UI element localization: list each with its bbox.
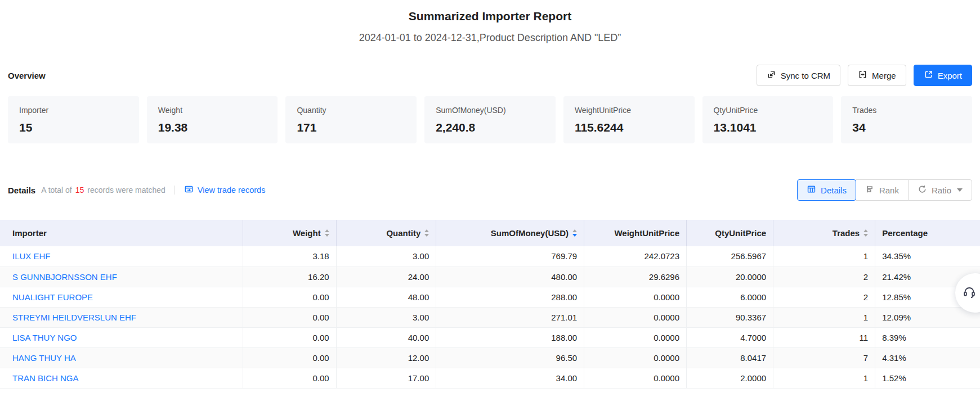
stat-card-weight: Weight 19.38: [147, 96, 278, 143]
tab-ratio[interactable]: Ratio: [908, 179, 972, 201]
qty-unit-price-cell: 4.7000: [687, 327, 773, 347]
importer-link[interactable]: LISA THUY NGO: [0, 327, 243, 347]
table-row: S GUNNBJORNSSON EHF 16.20 24.00 480.00 2…: [0, 267, 980, 287]
weight-cell: 0.00: [243, 327, 336, 347]
importers-table: Importer Weight Quantity SumOfMoney(USD)…: [0, 220, 980, 389]
matched-suffix: records were matched: [87, 186, 165, 195]
column-label: Trades: [833, 228, 860, 238]
column-label: Percentage: [882, 228, 928, 238]
stat-value: 34: [852, 121, 961, 134]
column-header-percentage: Percentage: [875, 220, 980, 246]
overview-stat-cards: Importer 15 Weight 19.38 Quantity 171 Su…: [0, 96, 980, 143]
column-header-quantity[interactable]: Quantity: [336, 220, 436, 246]
importer-link[interactable]: ILUX EHF: [0, 246, 243, 267]
quantity-cell: 12.00: [336, 347, 436, 368]
sort-icon[interactable]: [863, 229, 868, 237]
weight-unit-price-cell: 0.0000: [584, 307, 687, 327]
stat-value: 19.38: [158, 121, 267, 134]
table-row: ILUX EHF 3.18 3.00 769.79 242.0723 256.5…: [0, 246, 980, 267]
weight-unit-price-cell: 0.0000: [584, 347, 687, 368]
sum-of-money-cell: 480.00: [436, 267, 584, 287]
stat-card-sum-of-money: SumOfMoney(USD) 2,240.8: [424, 96, 556, 143]
column-label: WeightUnitPrice: [614, 228, 679, 238]
export-label: Export: [938, 71, 962, 80]
tab-rank-label: Rank: [879, 186, 899, 195]
importer-link[interactable]: HANG THUY HA: [0, 347, 243, 368]
merge-icon: [858, 70, 867, 81]
divider: [174, 186, 175, 195]
trades-cell: 7: [773, 347, 875, 368]
importer-link[interactable]: NUALIGHT EUROPE: [0, 287, 243, 307]
stat-label: QtyUnitPrice: [714, 105, 822, 115]
percentage-cell: 4.31%: [875, 347, 980, 368]
stat-card-weight-unit-price: WeightUnitPrice 115.6244: [563, 96, 695, 143]
weight-cell: 16.20: [243, 267, 336, 287]
quantity-cell: 3.00: [336, 246, 436, 267]
table-body: ILUX EHF 3.18 3.00 769.79 242.0723 256.5…: [0, 246, 980, 388]
weight-unit-price-cell: 242.0723: [584, 246, 687, 267]
column-header-trades[interactable]: Trades: [773, 220, 875, 246]
matched-count: 15: [75, 186, 84, 195]
view-trade-records-label: View trade records: [198, 186, 266, 195]
sum-of-money-cell: 96.50: [436, 347, 584, 368]
importer-link[interactable]: STREYMI HEILDVERSLUN EHF: [0, 307, 243, 327]
stat-value: 171: [297, 121, 405, 134]
column-label: QtyUnitPrice: [715, 228, 766, 238]
sum-of-money-cell: 188.00: [436, 327, 584, 347]
sort-icon-active-desc[interactable]: [572, 229, 577, 237]
trades-cell: 1: [773, 307, 875, 327]
ratio-refresh-icon: [918, 184, 927, 196]
qty-unit-price-cell: 8.0417: [687, 347, 773, 368]
column-header-sum-of-money[interactable]: SumOfMoney(USD): [436, 220, 584, 246]
overview-label: Overview: [8, 71, 46, 80]
details-summary: Details A total of 15 records were match…: [8, 184, 265, 196]
stat-value: 115.6244: [575, 121, 683, 134]
headset-icon: [962, 284, 977, 301]
stat-label: WeightUnitPrice: [575, 105, 683, 115]
stat-label: Quantity: [297, 105, 405, 115]
overview-toolbar: Overview Sync to CRM: [0, 65, 980, 86]
view-trade-records-link[interactable]: View trade records: [184, 184, 266, 196]
sync-to-crm-button[interactable]: Sync to CRM: [757, 65, 840, 86]
table-row: TRAN BICH NGA 0.00 17.00 34.00 0.0000 2.…: [0, 368, 980, 388]
weight-unit-price-cell: 29.6296: [584, 267, 687, 287]
importer-link[interactable]: S GUNNBJORNSSON EHF: [0, 267, 243, 287]
table-row: NUALIGHT EUROPE 0.00 48.00 288.00 0.0000…: [0, 287, 980, 307]
sort-icon[interactable]: [325, 229, 329, 237]
quantity-cell: 48.00: [336, 287, 436, 307]
tab-rank[interactable]: Rank: [856, 179, 909, 201]
trade-records-icon: [184, 184, 194, 196]
sort-icon[interactable]: [424, 229, 429, 237]
details-title: Details: [8, 186, 35, 195]
table-grid-icon: [807, 184, 816, 196]
percentage-cell: 8.39%: [875, 327, 980, 347]
column-label: SumOfMoney(USD): [491, 228, 569, 238]
column-header-importer: Importer: [0, 220, 243, 246]
trades-cell: 1: [773, 246, 875, 267]
stat-label: Trades: [852, 105, 961, 115]
sum-of-money-cell: 271.01: [436, 307, 584, 327]
view-mode-tabs: Details Rank: [797, 179, 972, 201]
importer-link[interactable]: TRAN BICH NGA: [0, 368, 243, 388]
stat-card-qty-unit-price: QtyUnitPrice 13.1041: [702, 96, 834, 143]
weight-cell: 0.00: [243, 307, 336, 327]
tab-details[interactable]: Details: [797, 179, 856, 201]
merge-button[interactable]: Merge: [848, 65, 906, 86]
column-header-weight[interactable]: Weight: [243, 220, 336, 246]
stat-value: 2,240.8: [436, 121, 544, 134]
quantity-cell: 40.00: [336, 327, 436, 347]
trades-cell: 2: [773, 287, 875, 307]
stat-label: SumOfMoney(USD): [436, 105, 544, 115]
column-label: Importer: [12, 228, 47, 238]
stat-value: 15: [19, 121, 128, 134]
stat-card-importer: Importer 15: [8, 96, 139, 143]
weight-cell: 0.00: [243, 368, 336, 388]
export-button[interactable]: Export: [914, 65, 972, 86]
rank-icon: [865, 184, 875, 196]
qty-unit-price-cell: 256.5967: [687, 246, 773, 267]
details-bar: Details A total of 15 records were match…: [0, 179, 980, 201]
column-header-qty-unit-price: QtyUnitPrice: [687, 220, 773, 246]
tab-ratio-label: Ratio: [932, 186, 951, 195]
summarized-importer-report-page: Summarized Importer Report 2024-01-01 to…: [0, 0, 980, 402]
sync-to-crm-label: Sync to CRM: [781, 71, 830, 80]
